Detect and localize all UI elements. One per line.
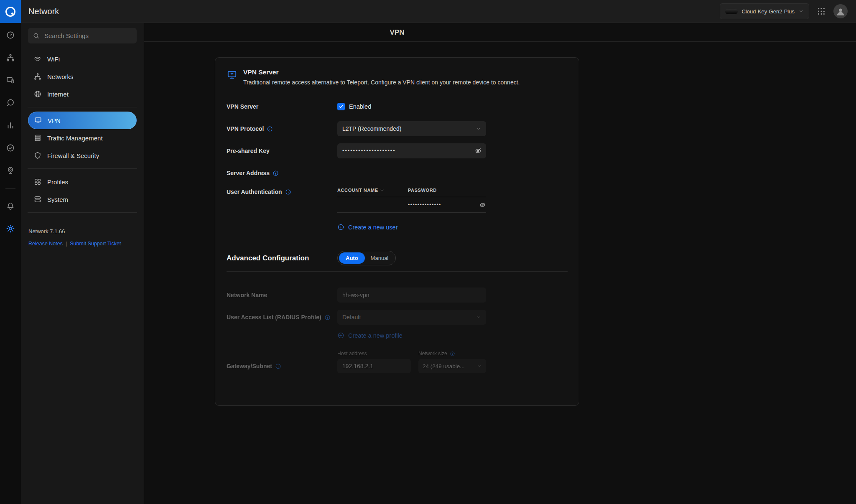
create-profile-row: Create a new profile <box>337 332 568 339</box>
card-description: Traditional remote access alternative to… <box>243 79 520 86</box>
user-avatar-icon[interactable] <box>833 4 848 18</box>
support-ticket-link[interactable]: Submit Support Ticket <box>70 241 121 247</box>
preshared-key-field[interactable]: •••••••••••••••••••• <box>337 143 486 158</box>
profiles-grid-icon <box>33 178 42 186</box>
vpn-server-label-wrap: VPN Server <box>227 103 337 110</box>
eye-off-icon[interactable] <box>479 201 486 209</box>
settings-sidebar: WiFi Networks Internet VPN <box>21 23 144 504</box>
radius-label: User Access List (RADIUS Profile) <box>227 314 321 321</box>
sidebar-item-internet[interactable]: Internet <box>28 85 137 103</box>
host-address-value: 192.168.2.1 <box>342 363 373 369</box>
chevron-down-icon <box>477 364 482 369</box>
system-log-icon[interactable] <box>5 165 15 176</box>
right-column: Network Cloud-Key-Gen2-Plus <box>21 0 856 504</box>
sidebar-item-firewall-security[interactable]: Firewall & Security <box>28 147 137 164</box>
link-separator: | <box>66 241 67 247</box>
insights-icon[interactable] <box>5 143 15 153</box>
sidebar-item-label: Networks <box>47 73 74 80</box>
info-icon[interactable] <box>285 189 291 195</box>
dashboard-icon[interactable] <box>5 30 15 40</box>
vpn-protocol-row: VPN Protocol L2TP (Recommended) <box>227 121 568 136</box>
account-name-header[interactable]: ACCOUNT NAME <box>337 188 408 193</box>
info-icon[interactable] <box>267 126 273 132</box>
device-name: Cloud-Key-Gen2-Plus <box>742 8 795 15</box>
sidebar-item-label: Profiles <box>47 178 68 186</box>
chevron-down-icon <box>476 315 481 320</box>
sidebar-item-label: Firewall & Security <box>47 152 99 159</box>
toggle-manual[interactable]: Manual <box>365 252 395 264</box>
radius-label-wrap: User Access List (RADIUS Profile) <box>227 314 337 321</box>
sidebar-item-label: Traffic Management <box>47 135 103 142</box>
vpn-protocol-value: L2TP (Recommended) <box>342 125 401 132</box>
sidebar-item-profiles[interactable]: Profiles <box>28 173 137 191</box>
enabled-checkbox[interactable] <box>337 103 345 110</box>
vpn-protocol-label: VPN Protocol <box>227 125 264 132</box>
card-header: VPN Server Traditional remote access alt… <box>227 69 568 86</box>
unifi-logo[interactable] <box>0 0 21 23</box>
clients-icon[interactable] <box>5 98 15 108</box>
release-notes-link[interactable]: Release Notes <box>28 241 63 247</box>
search-icon <box>33 32 40 39</box>
radius-value: Default <box>342 314 361 321</box>
network-size-label: Network size <box>418 351 447 356</box>
network-size-group: Network size 24 (249 usable... <box>418 351 486 373</box>
plus-circle-icon <box>337 332 344 339</box>
menu-divider <box>28 168 137 169</box>
apps-grid-icon[interactable] <box>817 7 826 16</box>
sidebar-item-label: Internet <box>47 91 69 98</box>
radius-profile-select: Default <box>337 310 486 325</box>
network-name-label: Network Name <box>227 292 267 298</box>
rail-divider <box>5 188 15 188</box>
devices-icon[interactable] <box>5 75 15 85</box>
device-selector[interactable]: Cloud-Key-Gen2-Plus <box>720 3 809 19</box>
app-rail <box>0 0 21 504</box>
info-icon[interactable] <box>273 170 279 176</box>
topology-icon[interactable] <box>5 53 15 63</box>
app-root: Network Cloud-Key-Gen2-Plus <box>0 0 856 504</box>
settings-menu: WiFi Networks Internet VPN <box>28 50 137 217</box>
vpn-form: VPN Server Enabled <box>227 99 568 373</box>
account-name-header-label: ACCOUNT NAME <box>337 188 378 193</box>
card-title: VPN Server <box>243 69 520 76</box>
network-size-label-wrap: Network size <box>418 351 486 356</box>
chevron-down-icon <box>799 9 804 14</box>
sidebar-item-system[interactable]: System <box>28 191 137 208</box>
create-profile-link: Create a new profile <box>348 332 403 339</box>
sidebar-item-traffic-management[interactable]: Traffic Management <box>28 129 137 147</box>
create-user-link[interactable]: Create a new user <box>348 224 397 231</box>
page-header: VPN <box>144 23 856 42</box>
eye-off-icon[interactable] <box>474 147 482 155</box>
rail-icon-list <box>5 23 15 234</box>
traffic-management-icon <box>33 134 42 142</box>
statistics-icon[interactable] <box>5 120 15 130</box>
auth-table-row[interactable]: •••••••••••••• <box>337 197 486 213</box>
settings-gear-icon[interactable] <box>5 224 15 234</box>
user-auth-label: User Authentication <box>227 188 282 195</box>
page-title: VPN <box>390 28 405 36</box>
sidebar-item-networks[interactable]: Networks <box>28 68 137 85</box>
card-header-text: VPN Server Traditional remote access alt… <box>243 69 520 86</box>
search-box <box>28 28 137 43</box>
vpn-server-row: VPN Server Enabled <box>227 99 568 114</box>
preshared-key-value: •••••••••••••••••••• <box>342 148 396 154</box>
system-stack-icon <box>33 195 42 204</box>
user-auth-table: ACCOUNT NAME PASSWORD <box>337 188 486 213</box>
network-size-value: 24 (249 usable... <box>423 363 465 369</box>
vpn-protocol-select[interactable]: L2TP (Recommended) <box>337 121 486 136</box>
server-address-row: Server Address <box>227 165 568 181</box>
vpn-protocol-label-wrap: VPN Protocol <box>227 125 337 132</box>
host-address-field: 192.168.2.1 <box>337 359 411 373</box>
preshared-key-label: Pre-shared Key <box>227 148 270 154</box>
chevron-down-icon <box>476 126 481 131</box>
sidebar-item-vpn[interactable]: VPN <box>28 112 137 129</box>
sidebar-item-label: System <box>47 196 68 203</box>
sidebar-item-wifi[interactable]: WiFi <box>28 50 137 68</box>
menu-divider <box>28 107 137 107</box>
network-name-label-wrap: Network Name <box>227 292 337 298</box>
preshared-key-row: Pre-shared Key •••••••••••••••••••• <box>227 143 568 158</box>
notifications-bell-icon[interactable] <box>5 201 15 211</box>
toggle-auto[interactable]: Auto <box>339 252 365 264</box>
password-header-label: PASSWORD <box>408 188 437 193</box>
preshared-key-label-wrap: Pre-shared Key <box>227 148 337 154</box>
search-input[interactable] <box>43 32 132 40</box>
